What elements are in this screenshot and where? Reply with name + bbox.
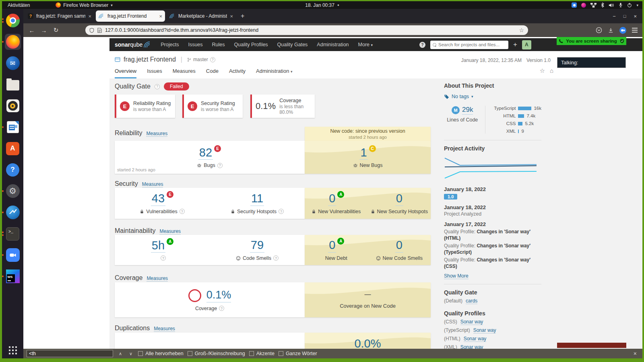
coverage-measures-link[interactable]: Measures [147,276,168,282]
help-icon[interactable]: ? [219,306,224,311]
duplications-measures-link[interactable]: Measures [154,326,175,332]
dock-item-zoom[interactable] [5,247,21,263]
dock-item-blue-app[interactable] [5,204,21,220]
new-bugs-label[interactable]: New Bugs [360,162,383,168]
new-vulns-value[interactable]: 0 [328,192,336,206]
profile-link[interactable]: Sonar way [464,336,487,342]
close-window-button[interactable]: × [634,13,637,19]
dock-item-ubuntu-software[interactable]: A [5,140,21,156]
nav-more[interactable]: More ▾ [358,42,373,47]
global-search[interactable] [430,41,508,49]
new-hotspots-value[interactable]: 0 [395,192,403,206]
bugs-value[interactable]: 82 [198,146,213,160]
match-diacritics-checkbox[interactable]: Akzente [249,351,275,356]
smells-label[interactable]: Code Smells [243,255,271,261]
tags-label[interactable]: No tags [452,94,469,99]
back-button[interactable]: ← [27,27,37,34]
dock-item-libreoffice-impress[interactable] [5,119,21,135]
url-bar[interactable]: 127.0.0.1:9000/dashboard?id=de.thm.arsno… [85,25,528,35]
close-findbar-icon[interactable]: × [634,350,637,357]
bookmark-star-icon[interactable]: ☆ [519,27,524,33]
condition-card-reliability[interactable]: E Reliability Ratingis worse than A [115,95,175,118]
forward-button[interactable]: → [39,27,49,34]
maintainability-measures-link[interactable]: Measures [159,228,181,234]
profile-link[interactable]: Sonar way [460,319,483,325]
profile-link[interactable]: Sonar way [460,344,483,349]
favorite-star-icon[interactable]: ☆ [539,67,545,74]
new-hotspots-label[interactable]: New Security Hotspots [377,209,428,214]
dock-item-webstorm[interactable]: WS [5,268,21,284]
dock-item-google-chrome[interactable] [5,12,21,29]
tab-overview[interactable]: Overview [115,68,136,78]
help-icon[interactable]: ? [155,84,160,89]
match-case-checkbox[interactable]: Groß-/Kleinschreibung [188,351,245,356]
show-more-link[interactable]: Show More [444,273,469,279]
menu-icon[interactable] [632,28,638,33]
screen-share-indicator-icon[interactable] [619,27,626,34]
security-measures-link[interactable]: Measures [142,181,163,187]
tab-measures[interactable]: Measures [173,68,196,78]
debt-value[interactable]: 5h [151,239,165,253]
info-icon[interactable]: ? [210,57,215,62]
help-icon[interactable]: ? [273,255,279,261]
homepage-icon[interactable]: ⌂ [550,67,553,74]
quality-gate-link[interactable]: cards [466,298,477,304]
hotspots-value[interactable]: 11 [250,192,264,206]
dock-item-thunderbird[interactable]: ✉ [5,55,21,71]
sonarqube-logo[interactable]: sonarqube [115,41,152,48]
url-text[interactable]: 127.0.0.1:9000/dashboard?id=de.thm.arsno… [105,27,516,33]
condition-card-security[interactable]: E Security Ratingis worse than A [182,95,243,118]
new-debt-label[interactable]: New Debt [325,255,347,261]
dock-item-settings[interactable]: ⚙ [5,183,21,199]
reliability-measures-link[interactable]: Measures [146,131,167,137]
tags-selector[interactable]: No tags ▾ [444,94,541,99]
dock-item-files[interactable] [5,76,21,93]
find-next-button[interactable]: ∨ [128,351,134,356]
new-smells-label[interactable]: New Code Smells [383,255,423,261]
search-input[interactable] [438,42,506,47]
dock-item-firefox[interactable] [5,34,21,50]
tab-administration[interactable]: Administration ▾ [256,68,293,78]
highlight-all-checkbox[interactable]: Alle hervorheben [138,351,184,356]
nav-administration[interactable]: Administration [317,42,349,47]
dock-item-terminal[interactable]: >_ [5,226,21,242]
recorder-tray-icon[interactable] [581,3,586,8]
tab-activity[interactable]: Activity [229,68,246,78]
close-icon[interactable]: × [88,13,91,19]
zoom-tray-icon[interactable] [572,2,577,8]
branch-selector[interactable]: master ? [187,57,215,62]
help-icon[interactable]: ? [217,163,223,168]
bugs-label[interactable]: Bugs [204,162,215,168]
page-info-icon[interactable] [97,28,102,33]
clock[interactable]: 18. Jan 00:37 ● [305,2,339,8]
nav-issues[interactable]: Issues [188,42,202,47]
nav-projects[interactable]: Projects [161,42,179,47]
nav-rules[interactable]: Rules [212,42,225,47]
browser-tab-marketplace[interactable]: Marketplace - Administra × [167,10,236,22]
browser-tab-frag-jetzt[interactable]: ? frag.jetzt: Fragen samme × [25,10,94,22]
coverage-label[interactable]: Coverage [195,306,217,311]
reload-button[interactable]: ↻ [51,27,61,34]
activities-button[interactable]: Aktivitäten [8,2,30,8]
close-icon[interactable]: × [230,13,233,19]
help-icon[interactable]: ? [279,209,284,214]
new-vulns-label[interactable]: New Vulnerabilities [318,209,361,214]
hotspots-label[interactable]: Security Hotspots [237,209,277,214]
new-duplications-value[interactable]: 0.0% [353,337,382,349]
find-input[interactable] [27,350,113,357]
new-bugs-value[interactable]: 1 [359,146,367,160]
new-smells-value[interactable]: 0 [395,239,403,252]
dock-item-show-applications[interactable] [5,346,21,354]
close-icon[interactable]: × [159,13,162,19]
nav-quality-profiles[interactable]: Quality Profiles [234,42,268,47]
nav-quality-gates[interactable]: Quality Gates [277,42,308,47]
tab-issues[interactable]: Issues [147,68,162,78]
condition-card-coverage[interactable]: 0.1% Coverageis less than 80.0% [250,95,315,118]
pocket-icon[interactable] [596,27,602,33]
help-icon[interactable]: ? [419,42,425,48]
minimize-button[interactable]: − [613,13,616,19]
smells-value[interactable]: 79 [250,239,264,252]
tab-code[interactable]: Code [206,68,219,78]
system-tray[interactable]: ▾ [572,1,638,9]
maximize-button[interactable]: □ [623,14,626,19]
